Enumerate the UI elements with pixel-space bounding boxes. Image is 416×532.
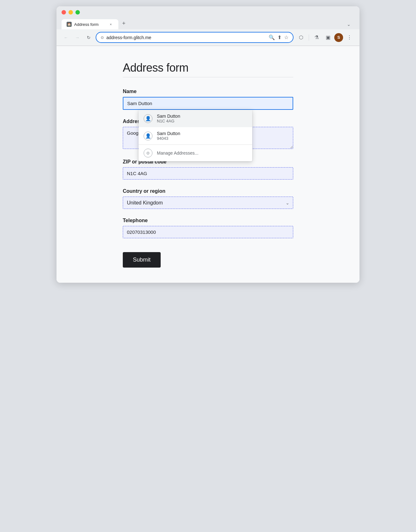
country-label: Country or region: [123, 188, 293, 194]
zip-field: ZIP or postal code: [123, 159, 293, 180]
address-url-text: address-form.glitch.me: [106, 35, 266, 40]
telephone-input[interactable]: [123, 226, 293, 238]
form-container: Address form Name 👤 Sam Dutton N1C 4AG: [123, 61, 293, 268]
forward-button[interactable]: →: [73, 33, 82, 42]
labs-button[interactable]: ⚗: [312, 33, 322, 43]
title-divider: [123, 77, 293, 77]
tab-bar: 🏠 Address form × + ⌄: [62, 18, 354, 29]
manage-addresses-label: Manage Addresses...: [157, 151, 199, 156]
country-select[interactable]: United Kingdom United States Canada Aust…: [123, 197, 293, 209]
browser-window: 🏠 Address form × + ⌄ ← → ↻ ⊙ address-for…: [56, 6, 360, 283]
telephone-label: Telephone: [123, 218, 293, 223]
menu-button[interactable]: ⋮: [344, 33, 354, 43]
active-tab[interactable]: 🏠 Address form ×: [62, 19, 118, 29]
new-tab-button[interactable]: +: [118, 18, 129, 29]
extensions-button[interactable]: ⬡: [296, 33, 306, 43]
autocomplete-name-2: Sam Dutton: [157, 131, 180, 136]
submit-button[interactable]: Submit: [123, 252, 161, 268]
autocomplete-person-icon-1: 👤: [144, 114, 152, 123]
autocomplete-person-icon-2: 👤: [144, 132, 152, 140]
tab-close-button[interactable]: ×: [108, 22, 113, 27]
split-screen-button[interactable]: ▣: [323, 33, 333, 43]
name-field-wrapper: 👤 Sam Dutton N1C 4AG 👤 Sam Dutton 94043: [123, 97, 293, 110]
autocomplete-detail-2: 94043: [157, 136, 180, 141]
traffic-light-minimize[interactable]: [68, 10, 73, 15]
country-select-wrapper: United Kingdom United States Canada Aust…: [123, 197, 293, 209]
address-bar[interactable]: ⊙ address-form.glitch.me 🔍 ⬆ ☆: [96, 32, 294, 43]
autocomplete-item-2[interactable]: 👤 Sam Dutton 94043: [139, 127, 252, 145]
name-label: Name: [123, 89, 293, 94]
browser-toolbar: ← → ↻ ⊙ address-form.glitch.me 🔍 ⬆ ☆ ⬡ ⚗…: [56, 29, 360, 46]
autocomplete-item-1[interactable]: 👤 Sam Dutton N1C 4AG: [139, 110, 252, 127]
profile-avatar[interactable]: S: [334, 33, 343, 42]
browser-titlebar: 🏠 Address form × + ⌄: [56, 6, 360, 29]
tab-list-button[interactable]: ⌄: [343, 19, 354, 29]
address-security-icon: ⊙: [101, 35, 104, 40]
name-field: Name 👤 Sam Dutton N1C 4AG 👤: [123, 89, 293, 110]
autocomplete-name-1: Sam Dutton: [157, 114, 180, 119]
address-share-icon[interactable]: ⬆: [277, 34, 282, 40]
tab-title-text: Address form: [74, 22, 106, 27]
page-content: Address form Name 👤 Sam Dutton N1C 4AG: [56, 46, 360, 283]
address-search-icon[interactable]: 🔍: [269, 34, 275, 40]
zip-input[interactable]: [123, 167, 293, 180]
autocomplete-dropdown: 👤 Sam Dutton N1C 4AG 👤 Sam Dutton 94043: [139, 110, 252, 161]
back-button[interactable]: ←: [62, 33, 70, 42]
traffic-light-maximize[interactable]: [75, 10, 80, 15]
country-field: Country or region United Kingdom United …: [123, 188, 293, 209]
autocomplete-item-text-1: Sam Dutton N1C 4AG: [157, 114, 180, 123]
manage-addresses-icon: ⚙: [144, 149, 152, 157]
autocomplete-item-text-2: Sam Dutton 94043: [157, 131, 180, 141]
reload-button[interactable]: ↻: [84, 33, 93, 42]
autocomplete-detail-1: N1C 4AG: [157, 119, 180, 123]
name-input[interactable]: [123, 97, 293, 110]
address-star-icon[interactable]: ☆: [284, 34, 288, 40]
traffic-light-close[interactable]: [62, 10, 66, 15]
tab-favicon: 🏠: [67, 22, 72, 27]
autocomplete-manage-item[interactable]: ⚙ Manage Addresses...: [139, 145, 252, 161]
toolbar-icons: ⬡ ⚗ ▣ S ⋮: [296, 33, 354, 43]
traffic-lights: [62, 10, 354, 15]
page-title: Address form: [123, 61, 293, 74]
telephone-field: Telephone: [123, 218, 293, 238]
toolbar-divider: [309, 34, 309, 41]
